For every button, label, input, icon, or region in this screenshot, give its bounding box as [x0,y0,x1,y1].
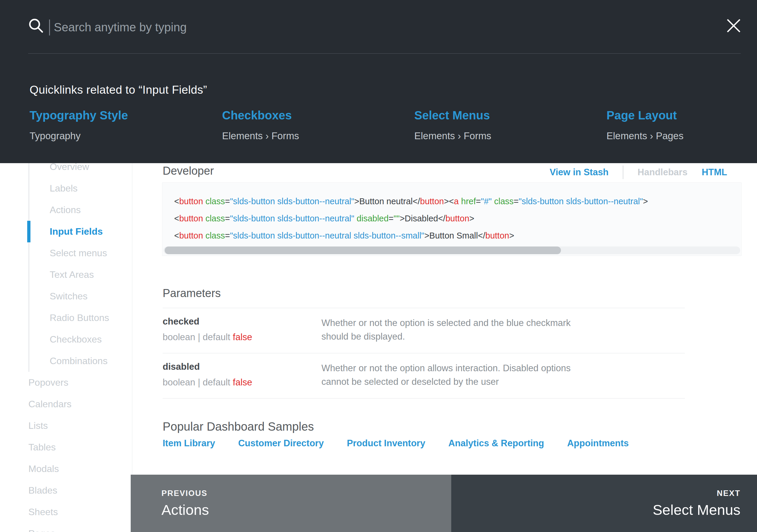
sidebar-item-blades[interactable]: Blades [0,480,132,501]
sidebar-item-pages[interactable]: Pages [0,523,132,532]
developer-heading: Developer [163,164,214,177]
tab-view-in-stash[interactable]: View in Stash [550,167,609,178]
code-token: "slds-button slds-button--neutral" [230,214,354,223]
developer-tabs: View in StashHandlebarsHTML [550,165,727,179]
code-token: = [514,196,519,206]
code-token [203,196,205,206]
search-overlay: Quicklinks related to “Input Fields” Typ… [0,0,757,163]
sidebar-item-switches[interactable]: Switches [0,285,132,307]
search-row [0,0,757,53]
parameters-heading: Parameters [163,287,221,300]
samples-heading: Popular Dashboard Samples [163,420,314,433]
search-icon [28,18,45,34]
parameter-meta: boolean | default false [163,332,321,342]
screen: OverviewLabelsActionsInput FieldsSelect … [0,0,757,532]
sample-link-customer-directory[interactable]: Customer Directory [238,438,323,449]
parameter-meta: boolean | default false [163,377,321,388]
parameter-name: disabled [163,362,321,372]
code-token: disabled [357,214,388,223]
quicklinks-heading: Quicklinks related to “Input Fields” [30,83,207,96]
code-line: <button class="slds-button slds-button--… [174,193,738,210]
sidebar-item-text-areas[interactable]: Text Areas [0,264,132,285]
quicklink-title[interactable]: Select Menus [414,109,491,122]
code-token: Button Small [429,231,478,240]
code-token: Button neutral [359,196,413,206]
code-token: = [388,214,394,223]
sidebar-item-select-menus[interactable]: Select menus [0,242,132,264]
code-token: button [179,214,203,223]
code-token: Disabled [405,214,438,223]
quicklink-item[interactable]: Page LayoutElements › Pages [606,109,683,142]
sidebar-item-combinations[interactable]: Combinations [0,350,132,372]
code-lines: <button class="slds-button slds-button--… [174,193,738,244]
sidebar-item-modals[interactable]: Modals [0,458,132,480]
code-token [203,214,205,223]
code-scrollbar-thumb[interactable] [165,247,561,254]
text-caret [49,19,50,36]
parameter-name: checked [163,316,321,327]
sidebar-item-sheets[interactable]: Sheets [0,501,132,523]
code-token: class [494,196,514,206]
sidebar-item-input-fields[interactable]: Input Fields [0,221,132,242]
code-token: > [509,231,514,240]
parameter-meta-type: boolean | default [163,377,233,388]
code-token: "slds-button slds-button--neutral" [519,196,643,206]
sidebar-item-checkboxes[interactable]: Checkboxes [0,329,132,350]
pager-next-title: Select Menus [652,502,741,518]
tab-handlebars[interactable]: Handlebars [638,167,687,178]
code-token: button [445,214,469,223]
code-token: </ [438,214,445,223]
code-line: <button class="slds-button slds-button--… [174,210,738,227]
quicklink-item[interactable]: Select MenusElements › Forms [414,109,491,142]
code-token: = [225,214,230,223]
sidebar-item-overview[interactable]: Overview [0,163,132,178]
code-token: button [420,196,444,206]
code-token: = [476,196,481,206]
parameter-default-value: false [233,377,252,388]
sidebar-item-calendars[interactable]: Calendars [0,393,132,415]
parameter-description-line: Whether or not the option allows interac… [321,362,571,375]
sidebar-item-actions[interactable]: Actions [0,199,132,221]
code-token: = [225,231,230,240]
close-icon[interactable] [726,18,741,33]
sample-link-item-library[interactable]: Item Library [163,438,215,449]
parameter-row: checkedboolean | default falseWhether or… [163,308,685,353]
sidebar-item-labels[interactable]: Labels [0,178,132,199]
parameter-row: disabledboolean | default falseWhether o… [163,353,685,399]
sidebar-item-radio-buttons[interactable]: Radio Buttons [0,307,132,329]
quicklink-title[interactable]: Typography Style [30,109,128,122]
pager-next-label: NEXT [717,489,741,498]
sidebar-item-popovers[interactable]: Popovers [0,372,132,393]
sample-link-analytics-reporting[interactable]: Analytics & Reporting [448,438,544,449]
code-token: > [424,231,429,240]
code-token: > [469,214,474,223]
quicklink-item[interactable]: Typography StyleTypography [30,109,128,142]
parameter-description: Whether or not the option allows interac… [321,362,571,389]
sample-links: Item LibraryCustomer DirectoryProduct In… [163,438,629,449]
quicklink-item[interactable]: CheckboxesElements › Forms [222,109,299,142]
quicklink-title[interactable]: Checkboxes [222,109,299,122]
sidebar-item-tables[interactable]: Tables [0,436,132,458]
quicklink-path: Elements › Pages [606,130,683,142]
code-line: <button class="slds-button slds-button--… [174,227,738,244]
code-token: button [485,231,509,240]
code-token: >< [444,196,454,206]
parameters-table: checkedboolean | default falseWhether or… [163,308,685,399]
tab-divider [623,165,623,179]
search-input[interactable] [51,15,675,39]
sidebar-item-lists[interactable]: Lists [0,415,132,436]
parameter-description: Whether or not the option is selected an… [321,316,571,343]
code-block: <button class="slds-button slds-button--… [162,182,742,256]
sample-link-appointments[interactable]: Appointments [567,438,629,449]
quicklink-path: Elements › Forms [414,130,491,142]
pager: PREVIOUS Actions NEXT Select Menus [131,475,757,532]
pager-previous[interactable]: PREVIOUS Actions [131,475,451,532]
code-token: < [174,231,179,240]
code-token: class [205,214,225,223]
quicklink-title[interactable]: Page Layout [606,109,683,122]
sample-link-product-inventory[interactable]: Product Inventory [347,438,425,449]
code-token: "slds-button slds-button--neutral" [230,196,354,206]
pager-next[interactable]: NEXT Select Menus [451,475,757,532]
sidebar-main-list: PopoversCalendarsListsTablesModalsBlades… [0,372,132,532]
tab-html[interactable]: HTML [702,167,727,178]
